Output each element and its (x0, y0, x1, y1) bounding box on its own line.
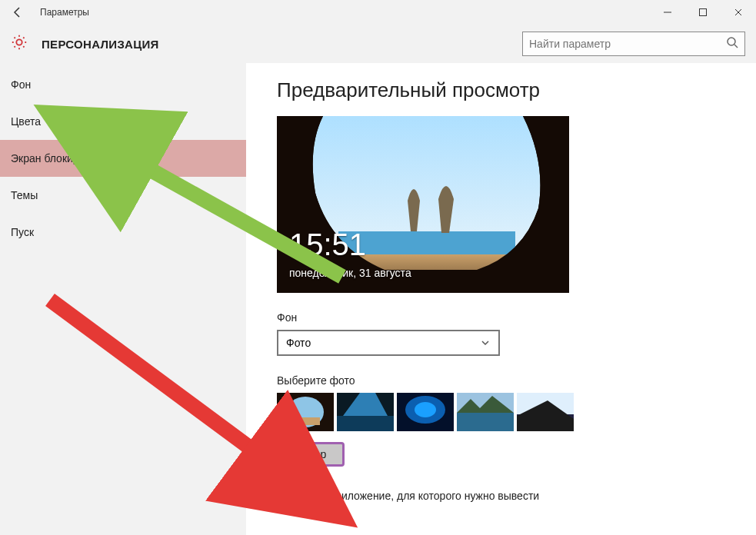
background-dropdown[interactable]: Фото (277, 330, 500, 356)
back-button[interactable] (0, 0, 35, 25)
window-title: Параметры (40, 7, 89, 18)
sidebar-item-label: Темы (11, 189, 38, 201)
photo-thumb-2[interactable] (337, 393, 394, 431)
content-pane: Предварительный просмотр (246, 63, 756, 535)
arrow-left-icon (12, 6, 24, 18)
svg-rect-9 (337, 416, 394, 431)
chevron-down-icon (480, 337, 491, 348)
app-status-text: Выберите приложение, для которого нужно … (277, 490, 725, 502)
svg-point-14 (415, 402, 436, 417)
search-box[interactable] (522, 32, 745, 56)
sidebar: Фон Цвета Экран блокировки Темы Пуск (0, 63, 246, 535)
svg-rect-17 (457, 413, 514, 431)
search-input[interactable] (529, 38, 726, 50)
section-title: ПЕРСОНАЛИЗАЦИЯ (42, 38, 159, 51)
lockscreen-preview: 15:51 понедельник, 31 августа (277, 116, 569, 293)
photo-thumb-1[interactable] (277, 393, 334, 431)
sidebar-item-start[interactable]: Пуск (0, 214, 246, 251)
dropdown-value: Фото (286, 337, 480, 349)
gear-icon (11, 34, 28, 54)
svg-rect-7 (291, 417, 320, 425)
preview-clock: 15:51 (289, 228, 366, 262)
browse-button-label: Обзор (295, 448, 326, 460)
section-header: ПЕРСОНАЛИЗАЦИЯ (0, 25, 756, 63)
sidebar-item-label: Цвета (11, 115, 41, 128)
minimize-icon (663, 8, 672, 17)
photo-thumb-4[interactable] (457, 393, 514, 431)
choose-photo-label: Выберите фото (277, 374, 725, 387)
background-label: Фон (277, 311, 725, 324)
sidebar-item-background[interactable]: Фон (0, 66, 246, 103)
sidebar-item-label: Экран блокировки (11, 152, 102, 164)
maximize-button[interactable] (685, 0, 721, 25)
svg-point-1 (728, 38, 735, 45)
sidebar-item-label: Фон (11, 78, 31, 91)
preview-heading: Предварительный просмотр (277, 78, 725, 102)
photo-thumbnails (277, 393, 725, 431)
minimize-button[interactable] (650, 0, 685, 25)
sidebar-item-label: Пуск (11, 226, 34, 238)
close-icon (734, 8, 743, 17)
maximize-icon (698, 8, 708, 17)
photo-thumb-5[interactable] (517, 393, 574, 431)
sidebar-item-themes[interactable]: Темы (0, 177, 246, 214)
preview-date: понедельник, 31 августа (289, 267, 411, 279)
sidebar-item-colors[interactable]: Цвета (0, 103, 246, 140)
browse-button[interactable]: Обзор (277, 442, 345, 467)
close-button[interactable] (721, 0, 756, 25)
svg-rect-0 (700, 9, 707, 16)
photo-thumb-3[interactable] (397, 393, 454, 431)
titlebar: Параметры (0, 0, 756, 25)
sidebar-item-lockscreen[interactable]: Экран блокировки (0, 140, 246, 177)
search-icon (726, 36, 738, 52)
